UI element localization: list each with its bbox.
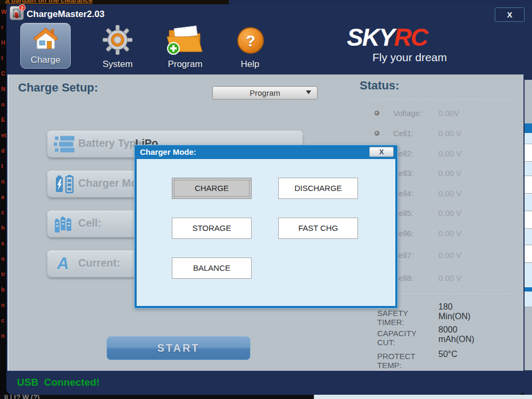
status-value: 0.00 V: [438, 189, 461, 198]
status-label: Cell1:: [393, 129, 413, 138]
background-window-bottom: [314, 395, 532, 399]
status-heading: Status:: [360, 79, 400, 93]
charger-mode-icon: [54, 174, 75, 194]
setting-value: 180 Min(ON): [438, 302, 470, 321]
setting-value: 50°C: [438, 350, 458, 359]
battery-type-icon: [54, 135, 75, 154]
background-bottom-edge: li l t? W (?): [0, 395, 532, 399]
status-value: 0.00 V: [438, 251, 461, 260]
background-left-edge: WrHtCNoEetdtnachsotrbocn: [0, 4, 6, 399]
status-value: 0.00 V: [438, 169, 461, 178]
usb-status-text: USB Connected!: [17, 377, 99, 388]
nav-tab-system[interactable]: System: [88, 23, 147, 71]
nav-tab-label: Program: [153, 59, 217, 70]
question-mark-icon: ?: [237, 27, 264, 54]
logo-sky: SKY: [347, 23, 394, 51]
cell-count-icon: [54, 214, 75, 234]
nav-tab-label: System: [88, 59, 147, 70]
status-bar: USB Connected!: [6, 371, 525, 395]
window-title: ChargeMaster2.03: [27, 9, 104, 20]
status-value: 0.00 V: [438, 149, 461, 158]
folder-plus-icon: [165, 24, 205, 56]
status-row-voltage: Voltage: 0.00V: [360, 109, 519, 119]
background-window-sliver: [523, 4, 532, 399]
setting-label: CAPACITY CUT:: [377, 329, 417, 347]
logo-tagline: Fly your dream: [372, 51, 496, 64]
status-led: [375, 111, 379, 115]
nav-tab-help[interactable]: ? Help: [223, 23, 277, 71]
status-led: [375, 131, 379, 136]
charge-setup-heading: Charge Setup:: [18, 81, 98, 95]
skyrc-logo: SKYRC Fly your dream: [347, 24, 496, 67]
storage-mode-button[interactable]: STORAGE: [172, 218, 252, 239]
house-icon: [32, 27, 59, 51]
fast-chg-mode-button[interactable]: FAST CHG: [278, 218, 358, 239]
status-value: 0.00V: [438, 109, 459, 118]
status-value: 0.00 V: [438, 273, 461, 282]
balance-mode-button[interactable]: BALANCE: [172, 257, 252, 279]
logo-rc: RC: [394, 23, 427, 51]
charge-mode-button[interactable]: CHARGE: [172, 178, 252, 199]
setting-value: 8000 mAh(ON): [438, 325, 475, 344]
nav-tab-label: Charge: [21, 55, 70, 65]
status-value: 0.00 V: [438, 129, 461, 138]
app-icon-badge: 2: [19, 4, 26, 11]
divider: [363, 98, 512, 99]
nav-tab-label: Help: [223, 59, 277, 70]
dialog-title: Charger Mode:: [140, 147, 196, 156]
cell-label: Cell:: [78, 217, 101, 229]
status-value: 0.00 V: [438, 209, 461, 218]
status-row-cell1: Cell1: 0.00 V: [360, 129, 519, 139]
app-icon: 2: [10, 6, 24, 20]
background-window-top-edge: a bargain on the clearance ChargeMaster2…: [0, 0, 532, 4]
background-text-fragment: li l t? W (?): [4, 395, 39, 399]
app-icon-flame: [15, 12, 18, 18]
window-close-button[interactable]: X: [495, 7, 525, 22]
dialog-close-button[interactable]: X: [369, 147, 394, 157]
setting-label: SAFETY TIMER:: [377, 309, 408, 327]
discharge-mode-button[interactable]: DISCHARGE: [278, 178, 358, 199]
setting-label: PROTECT TEMP:: [377, 352, 415, 370]
gear-icon: [103, 25, 132, 55]
program-dropdown-value: Program: [250, 88, 280, 97]
background-window-titlebar: ChargeMaster2.03: [229, 0, 532, 4]
current-label: Current:: [78, 257, 120, 269]
nav-tab-charge[interactable]: Charge: [20, 23, 71, 69]
program-dropdown[interactable]: Program: [212, 86, 318, 99]
nav-tab-program[interactable]: Program: [153, 23, 217, 71]
charger-mode-dialog: Charger Mode: X CHARGE DISCHARGE STORAGE…: [134, 145, 398, 309]
background-text-fragment: a bargain on the clearance: [5, 0, 93, 4]
status-label: Voltage:: [393, 109, 422, 118]
status-value: 0.00 V: [438, 229, 461, 238]
start-button[interactable]: START: [106, 336, 251, 360]
ampere-icon: A: [54, 254, 75, 273]
chevron-down-icon: [306, 90, 311, 94]
